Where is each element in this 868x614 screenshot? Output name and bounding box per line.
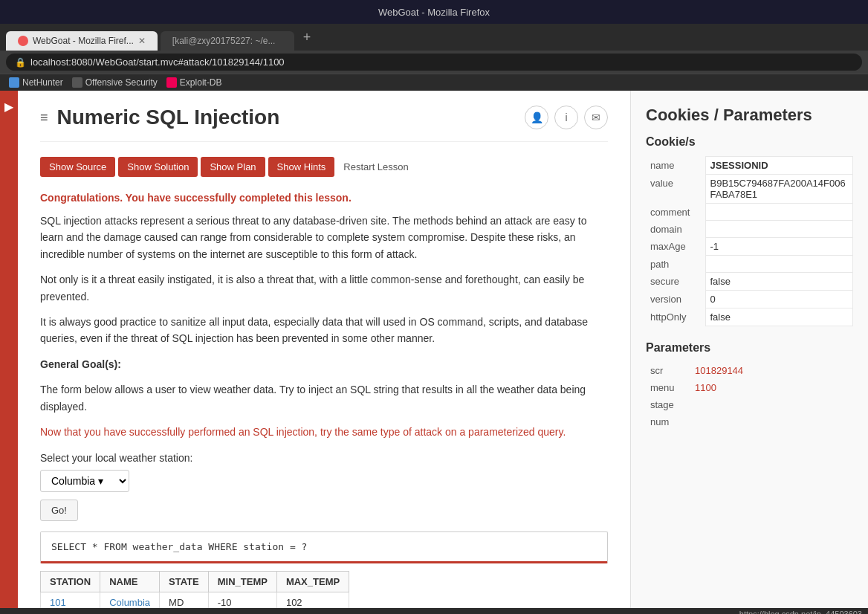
browser-titlebar: WebGoat - Mozilla Firefox bbox=[0, 0, 868, 24]
show-solution-button[interactable]: Show Solution bbox=[118, 157, 198, 177]
show-hints-button[interactable]: Show Hints bbox=[268, 157, 335, 177]
param-value: 101829144 bbox=[690, 362, 853, 379]
param-value: 1100 bbox=[690, 379, 853, 396]
restart-lesson-button[interactable]: Restart Lesson bbox=[337, 157, 414, 177]
cookie-table-row: httpOnlyfalse bbox=[646, 308, 853, 326]
param-value bbox=[690, 413, 853, 430]
goals-text-1: The form below allows a user to view wea… bbox=[40, 381, 608, 415]
exploitdb-label: Exploit-DB bbox=[180, 77, 222, 88]
cell-name: Columbia bbox=[100, 592, 160, 608]
show-source-button[interactable]: Show Source bbox=[40, 157, 115, 177]
cookie-field-value: -1 bbox=[705, 238, 853, 256]
params-table-row: num bbox=[646, 413, 853, 430]
cookie-field-value: false bbox=[705, 308, 853, 326]
param-label: stage bbox=[646, 396, 690, 413]
cookie-field-value: false bbox=[705, 273, 853, 291]
exploitdb-icon bbox=[166, 77, 177, 88]
offsec-icon bbox=[72, 77, 82, 88]
address-bar-row: 🔒 localhost:8080/WebGoat/start.mvc#attac… bbox=[0, 51, 868, 74]
bookmark-nethunter[interactable]: NetHunter bbox=[9, 77, 63, 88]
info-icon-button[interactable]: i bbox=[554, 106, 578, 129]
header-icons: 👤 i ✉ bbox=[525, 106, 608, 129]
bookmarks-bar: NetHunter Offensive Security Exploit-DB bbox=[0, 74, 868, 91]
paragraph-2: Not only is it a threat easily instigate… bbox=[40, 271, 608, 305]
lesson-content: Congratulations. You have successfully c… bbox=[40, 192, 608, 608]
info-icon: i bbox=[565, 112, 567, 123]
col-min-temp: MIN_TEMP bbox=[208, 572, 276, 592]
mail-icon-button[interactable]: ✉ bbox=[584, 106, 608, 129]
inactive-tab-label: [kali@zxy20175227: ~/e... bbox=[172, 36, 276, 46]
paragraph-3: It is always good practice to sanitize a… bbox=[40, 314, 608, 347]
action-buttons: Show Source Show Solution Show Plan Show… bbox=[40, 157, 608, 177]
bookmark-offsec[interactable]: Offensive Security bbox=[72, 77, 158, 88]
cell-min-temp: -10 bbox=[208, 592, 276, 608]
address-bar[interactable]: 🔒 localhost:8080/WebGoat/start.mvc#attac… bbox=[6, 54, 862, 71]
cookie-field-label: comment bbox=[646, 204, 705, 221]
main-content: ≡ Numeric SQL Injection 👤 i ✉ Show Sourc… bbox=[18, 91, 630, 608]
tab-close-icon[interactable]: ✕ bbox=[138, 36, 146, 46]
col-name: NAME bbox=[100, 572, 160, 592]
goals-bold-label: General Goal(s): bbox=[40, 358, 121, 370]
nethunter-icon bbox=[9, 77, 19, 88]
cookie-table-row: valueB9B15C794687FA200A14F006FABA78E1 bbox=[646, 175, 853, 204]
go-button[interactable]: Go! bbox=[40, 500, 78, 521]
cell-max-temp: 102 bbox=[276, 592, 349, 608]
goals-text-2: Now that you have successfully performed… bbox=[40, 424, 608, 440]
user-icon: 👤 bbox=[531, 112, 543, 123]
cookie-field-value: 0 bbox=[705, 291, 853, 308]
browser-chrome: WebGoat - Mozilla Firefox WebGoat - Mozi… bbox=[0, 0, 868, 91]
sidebar-strip: ▶ bbox=[0, 91, 18, 608]
params-section-title: Parameters bbox=[646, 341, 853, 355]
hamburger-icon[interactable]: ≡ bbox=[40, 110, 48, 126]
cookie-field-value: B9B15C794687FA200A14F006FABA78E1 bbox=[705, 175, 853, 204]
cookies-parameters-panel: Cookies / Parameters Cookie/s nameJSESSI… bbox=[630, 91, 868, 608]
table-header-row: STATION NAME STATE MIN_TEMP MAX_TEMP bbox=[41, 572, 349, 592]
weather-station-form: Select your local weather station: Colum… bbox=[40, 452, 608, 521]
status-bar: https://blog.csdn.net/jn_44503603 bbox=[0, 608, 868, 614]
user-icon-button[interactable]: 👤 bbox=[525, 106, 548, 129]
param-label: num bbox=[646, 413, 690, 430]
cookie-field-label: httpOnly bbox=[646, 308, 705, 326]
sql-query-text: SELECT * FROM weather_data WHERE station… bbox=[51, 541, 307, 552]
goals-label-text: General Goal(s): bbox=[40, 356, 608, 372]
cookie-field-value bbox=[705, 204, 853, 221]
cookie-table-row: comment bbox=[646, 204, 853, 221]
param-value bbox=[690, 396, 853, 413]
active-tab[interactable]: WebGoat - Mozilla Firef... ✕ bbox=[6, 31, 158, 51]
paragraph-1: SQL injection attacks represent a seriou… bbox=[40, 213, 608, 262]
col-max-temp: MAX_TEMP bbox=[276, 572, 349, 592]
cookie-field-value bbox=[705, 221, 853, 238]
url-text: localhost:8080/WebGoat/start.mvc#attack/… bbox=[30, 56, 285, 68]
new-tab-button[interactable]: + bbox=[297, 27, 317, 48]
app-wrapper: ▶ ≡ Numeric SQL Injection 👤 i ✉ bbox=[0, 91, 868, 608]
cookie-table-row: maxAge-1 bbox=[646, 238, 853, 256]
page-header: ≡ Numeric SQL Injection 👤 i ✉ bbox=[40, 106, 608, 142]
cookie-field-label: secure bbox=[646, 273, 705, 291]
bookmark-exploitdb[interactable]: Exploit-DB bbox=[166, 77, 222, 88]
show-plan-button[interactable]: Show Plan bbox=[201, 157, 265, 177]
cookie-table-row: domain bbox=[646, 221, 853, 238]
active-tab-label: WebGoat - Mozilla Firef... bbox=[33, 36, 134, 46]
params-table: scr101829144menu1100stagenum bbox=[646, 362, 853, 430]
param-label: scr bbox=[646, 362, 690, 379]
cookie-field-label: name bbox=[646, 157, 705, 175]
table-row: 101 Columbia MD -10 102 bbox=[41, 592, 349, 608]
cookie-table-row: nameJSESSIONID bbox=[646, 157, 853, 175]
results-table: STATION NAME STATE MIN_TEMP MAX_TEMP 101… bbox=[40, 571, 349, 608]
cookie-table: nameJSESSIONIDvalueB9B15C794687FA200A14F… bbox=[646, 156, 853, 326]
lock-icon: 🔒 bbox=[15, 57, 26, 68]
param-label: menu bbox=[646, 379, 690, 396]
status-bar-text: https://blog.csdn.net/jn_44503603 bbox=[739, 610, 862, 614]
cookie-table-row: version0 bbox=[646, 291, 853, 308]
window-title: WebGoat - Mozilla Firefox bbox=[378, 7, 490, 18]
firefox-icon bbox=[18, 36, 28, 46]
inactive-tab[interactable]: [kali@zxy20175227: ~/e... bbox=[161, 31, 294, 51]
station-select[interactable]: Columbia ▾ bbox=[40, 470, 129, 492]
sidebar-toggle-icon[interactable]: ▶ bbox=[4, 100, 13, 114]
col-state: STATE bbox=[160, 572, 209, 592]
params-table-row: menu1100 bbox=[646, 379, 853, 396]
col-station: STATION bbox=[41, 572, 100, 592]
header-left: ≡ Numeric SQL Injection bbox=[40, 106, 279, 129]
offsec-label: Offensive Security bbox=[85, 77, 158, 88]
cookie-field-label: domain bbox=[646, 221, 705, 238]
